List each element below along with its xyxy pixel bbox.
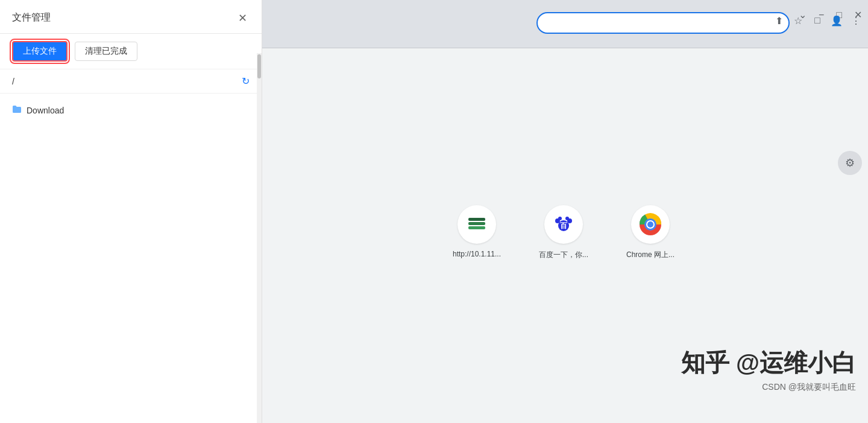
shortcut-item-1[interactable]: http://10.1.11... (448, 205, 506, 260)
shortcut-item-3[interactable]: Chrome 网上... (621, 205, 679, 260)
svg-point-7 (565, 217, 569, 220)
scrollbar[interactable] (257, 53, 262, 423)
zhihu-main-text: 知乎 @运维小白 (681, 346, 856, 380)
share-icon[interactable]: ⬆ (772, 13, 786, 28)
profile-icon[interactable]: 👤 (829, 13, 844, 28)
svg-point-6 (558, 217, 562, 220)
refresh-icon[interactable]: ↻ (242, 75, 250, 87)
svg-rect-0 (468, 222, 485, 225)
scroll-thumb[interactable] (257, 54, 261, 78)
dialog-toolbar: 上传文件 清理已完成 (0, 34, 262, 69)
settings-gear-button[interactable]: ⚙ (838, 151, 862, 175)
bookmark-icon[interactable]: ☆ (791, 13, 805, 28)
shortcut-icon-layerstack (458, 205, 496, 244)
shortcut-label-3: Chrome 网上... (626, 250, 675, 260)
shortcut-icon-chrome (631, 205, 670, 244)
shortcuts-area: http://10.1.11... 百 百度一下，你... (259, 205, 868, 260)
shortcut-label-1: http://10.1.11... (453, 250, 501, 258)
shortcut-item-2[interactable]: 百 百度一下，你... (535, 205, 593, 260)
clear-completed-button[interactable]: 清理已完成 (75, 42, 137, 61)
zhihu-attribution: 知乎 @运维小白 CSDN @我就要叫毛血旺 (681, 346, 856, 393)
svg-rect-2 (468, 218, 485, 221)
svg-text:百: 百 (560, 221, 568, 230)
svg-point-12 (647, 221, 653, 227)
address-bar[interactable] (536, 12, 790, 34)
extensions-icon[interactable]: □ (810, 13, 825, 28)
shortcut-label-2: 百度一下，你... (539, 250, 588, 260)
current-path: / (12, 77, 14, 86)
file-name: Download (27, 106, 64, 115)
svg-rect-1 (468, 226, 485, 229)
gear-icon: ⚙ (845, 156, 855, 170)
dialog-header: 文件管理 ✕ (0, 0, 262, 34)
browser-toolbar: ⌄ − □ ✕ ⬆ ☆ □ 👤 ⋮ (259, 0, 868, 48)
dialog-close-button[interactable]: ✕ (235, 11, 250, 25)
upload-file-button[interactable]: 上传文件 (12, 41, 68, 62)
path-bar: / ↻ (0, 69, 262, 94)
dialog-title: 文件管理 (12, 11, 51, 24)
file-list: Download (0, 94, 262, 423)
shortcut-icon-baidu: 百 (544, 205, 583, 244)
folder-icon (12, 104, 22, 116)
toolbar-icons-right: ⬆ ☆ □ 👤 ⋮ (772, 13, 863, 28)
menu-icon[interactable]: ⋮ (849, 13, 863, 28)
file-manager-dialog: 文件管理 ✕ 上传文件 清理已完成 / ↻ Download (0, 0, 262, 423)
csdn-text: CSDN @我就要叫毛血旺 (681, 382, 856, 393)
list-item[interactable]: Download (0, 98, 262, 122)
newtab-page: http://10.1.11... 百 百度一下，你... (259, 48, 868, 423)
